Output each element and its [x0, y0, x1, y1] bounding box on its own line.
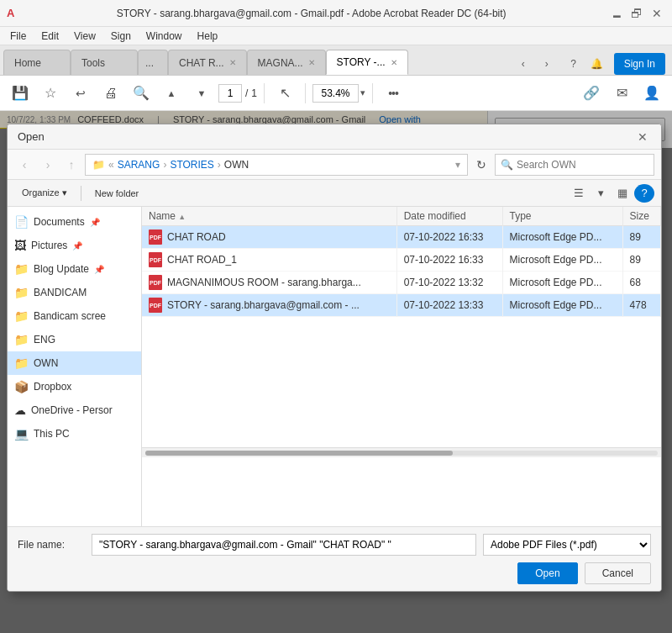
open-btn[interactable]: Open	[517, 562, 577, 584]
file-size-cell: 89	[622, 226, 660, 249]
table-row[interactable]: PDF CHAT ROAD_1 07-10-2022 16:33 Microso…	[142, 249, 661, 272]
page-input[interactable]	[218, 84, 242, 103]
breadcrumb-dropdown[interactable]: ▾	[455, 159, 460, 171]
sidebar-pictures-label: Pictures	[31, 240, 67, 251]
sidebar-item-pictures[interactable]: 🖼 Pictures 📌	[8, 234, 141, 257]
thispc-icon: 💻	[14, 427, 29, 440]
help-btn[interactable]: ?	[564, 54, 584, 74]
col-type[interactable]: Type	[502, 207, 622, 226]
share-btn[interactable]: ↩	[67, 80, 94, 107]
cancel-btn[interactable]: Cancel	[585, 562, 651, 584]
sidebar-eng-label: ENG	[34, 334, 55, 346]
tab-home[interactable]: Home	[3, 50, 71, 75]
scrollbar-track[interactable]	[145, 451, 658, 456]
view-list-btn[interactable]: ☰	[569, 184, 589, 203]
view-dropdown-btn[interactable]: ▾	[591, 184, 611, 203]
filetype-select[interactable]: Adobe PDF Files (*.pdf)	[483, 534, 651, 556]
user-btn[interactable]: 👤	[638, 80, 665, 107]
dropbox-icon: 📦	[14, 380, 29, 393]
menu-help[interactable]: Help	[191, 29, 225, 44]
save-btn[interactable]: 💾	[7, 80, 34, 107]
addr-search-input[interactable]	[517, 159, 648, 171]
dialog-footer: File name: Adobe PDF Files (*.pdf) Open …	[8, 526, 661, 591]
table-row[interactable]: PDF MAGNANIMOUS ROOM - sarang.bharga... …	[142, 272, 661, 294]
dialog-close-btn[interactable]: ✕	[634, 129, 651, 145]
bookmark-btn[interactable]: ☆	[37, 80, 64, 107]
zoom-dropdown-arrow[interactable]: ▾	[360, 87, 365, 98]
help-icon-btn[interactable]: ?	[634, 184, 654, 203]
blog-icon: 📁	[14, 262, 29, 276]
notification-btn[interactable]: 🔔	[587, 54, 607, 74]
close-tab-chat[interactable]: ✕	[229, 58, 236, 67]
link-tool-btn[interactable]: 🔗	[578, 80, 605, 107]
addr-back-btn[interactable]: ‹	[14, 155, 34, 175]
menu-sign[interactable]: Sign	[104, 29, 138, 44]
tab-chat[interactable]: CHAT R... ✕	[168, 50, 247, 75]
sidebar-item-own[interactable]: 📁 OWN	[8, 351, 141, 375]
sidebar-item-thispc[interactable]: 💻 This PC	[8, 422, 141, 446]
filename-row: File name: Adobe PDF Files (*.pdf)	[18, 534, 651, 556]
zoom-input[interactable]	[312, 84, 359, 103]
sidebar-documents-label: Documents	[34, 216, 85, 228]
breadcrumb-bar[interactable]: 📁 « SARANG › STORIES › OWN ▾	[85, 154, 468, 176]
tab-ellipsis[interactable]: ...	[138, 50, 168, 75]
col-name[interactable]: Name ▲	[142, 207, 396, 226]
close-tab-magna[interactable]: ✕	[308, 58, 315, 67]
sidebar-item-onedrive[interactable]: ☁ OneDrive - Persor	[8, 398, 141, 422]
pictures-icon: 🖼	[14, 239, 26, 252]
next-page-btn[interactable]: ▼	[188, 80, 215, 107]
eng-icon: 📁	[14, 333, 29, 346]
table-row[interactable]: PDF CHAT ROAD 07-10-2022 16:33 Microsoft…	[142, 226, 661, 249]
sidebar-item-dropbox[interactable]: 📦 Dropbox	[8, 375, 141, 398]
file-name-cell: PDF STORY - sarang.bhargava@gmail.com - …	[142, 294, 396, 317]
maximize-btn[interactable]: 🗗	[628, 5, 645, 22]
menu-view[interactable]: View	[67, 29, 102, 44]
close-tab-story[interactable]: ✕	[391, 58, 397, 67]
col-date[interactable]: Date modified	[396, 207, 502, 226]
sidebar-item-blog[interactable]: 📁 Blog Update 📌	[8, 257, 141, 281]
select-tool-btn[interactable]: ↖	[271, 80, 298, 107]
menu-edit[interactable]: Edit	[34, 29, 66, 44]
mail-btn[interactable]: ✉	[608, 80, 635, 107]
addr-forward-btn[interactable]: ›	[38, 155, 58, 175]
view-tiles-btn[interactable]: ▦	[612, 184, 633, 203]
tab-next-btn[interactable]: ›	[537, 54, 557, 74]
breadcrumb-stories[interactable]: STORIES	[170, 159, 213, 171]
new-folder-btn[interactable]: New folder	[87, 184, 147, 203]
tab-story[interactable]: STORY -... ✕	[326, 50, 408, 75]
file-type-cell: Microsoft Edge PD...	[502, 294, 622, 317]
breadcrumb-sarang[interactable]: SARANG	[118, 159, 160, 171]
close-btn[interactable]: ✕	[648, 5, 665, 22]
addr-up-btn[interactable]: ↑	[61, 155, 81, 175]
table-row[interactable]: PDF STORY - sarang.bhargava@gmail.com - …	[142, 294, 661, 317]
col-size[interactable]: Size	[622, 207, 660, 226]
prev-page-btn[interactable]: ▲	[158, 80, 185, 107]
minimize-btn[interactable]: 🗕	[608, 5, 625, 22]
tab-tools[interactable]: Tools	[71, 50, 138, 75]
breadcrumb-own: OWN	[224, 159, 249, 171]
search-icon: 🔍	[501, 159, 513, 171]
sidebar-item-eng[interactable]: 📁 ENG	[8, 328, 141, 351]
print-btn[interactable]: 🖨	[97, 80, 124, 107]
file-icon-row4: PDF STORY - sarang.bhargava@gmail.com - …	[149, 298, 390, 313]
sign-in-button[interactable]: Sign In	[614, 53, 665, 75]
filename-input[interactable]	[92, 534, 476, 556]
sidebar-item-bandicam[interactable]: 📁 BANDICAM	[8, 281, 141, 304]
tab-prev-btn[interactable]: ‹	[513, 54, 533, 74]
organize-btn[interactable]: Organize ▾	[14, 184, 75, 203]
tab-magna[interactable]: MAGNA... ✕	[247, 50, 326, 75]
sidebar-item-documents[interactable]: 📄 Documents 📌	[8, 210, 141, 234]
more-options-btn[interactable]: •••	[380, 80, 407, 107]
file-table: Name ▲ Date modified Type Size	[142, 207, 661, 317]
file-size-cell: 68	[622, 272, 660, 294]
sidebar-item-bandicam-scr[interactable]: 📁 Bandicam scree	[8, 304, 141, 328]
breadcrumb-sep-1: ›	[163, 159, 166, 171]
menu-window[interactable]: Window	[139, 29, 189, 44]
toolbar-sep	[81, 186, 81, 201]
zoom-out-btn[interactable]: 🔍	[128, 80, 155, 107]
sidebar-bandicam-label: BANDICAM	[34, 287, 87, 298]
page-separator: /	[245, 87, 248, 99]
addr-refresh-btn[interactable]: ↻	[471, 155, 491, 175]
file-size-cell: 89	[622, 249, 660, 272]
menu-file[interactable]: File	[3, 29, 33, 44]
